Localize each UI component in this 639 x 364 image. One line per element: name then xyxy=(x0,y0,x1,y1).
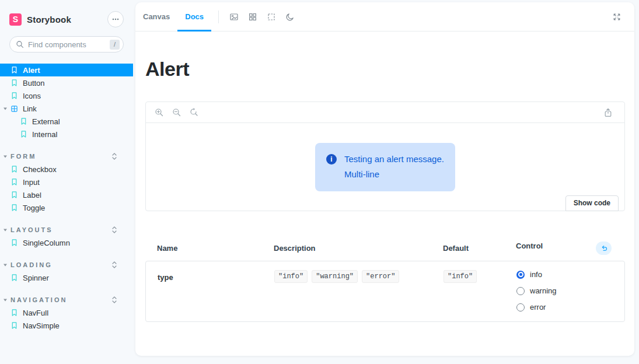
background-image-button[interactable] xyxy=(225,9,243,25)
type-option-chip: "info" xyxy=(274,270,308,283)
sidebar-item-label: NavSimple xyxy=(23,321,60,330)
expand-all-icon[interactable] xyxy=(111,226,118,234)
sidebar-item-label-story[interactable]: Label xyxy=(0,188,133,201)
radio-label: warning xyxy=(530,286,557,295)
ellipsis-icon xyxy=(111,15,120,23)
story-bookmark-icon xyxy=(11,79,18,87)
caret-down-icon xyxy=(3,228,8,232)
sidebar-item-link-external[interactable]: External xyxy=(0,115,133,128)
zoom-out-button[interactable] xyxy=(168,104,186,121)
caret-down-icon xyxy=(3,298,8,302)
story-bookmark-icon xyxy=(11,274,18,282)
canvas-toolbar: Canvas Docs xyxy=(135,2,634,32)
sidebar-section-navigation[interactable]: NAVIGATION xyxy=(0,293,133,306)
search-box[interactable]: / xyxy=(9,36,124,52)
sidebar-item-label: Spinner xyxy=(23,274,49,282)
story-bookmark-icon xyxy=(11,191,18,199)
alert-component: i Testing an alert message. Multi-line xyxy=(315,143,455,191)
brand-row: S Storybook xyxy=(9,11,124,27)
tab-canvas[interactable]: Canvas xyxy=(135,2,177,32)
story-bookmark-icon xyxy=(20,130,27,138)
control-radio-info[interactable]: info xyxy=(516,270,557,279)
sidebar-item-button[interactable]: Button xyxy=(0,76,133,89)
arg-name: type xyxy=(158,270,274,282)
radio-label: error xyxy=(530,303,546,312)
zoom-reset-button[interactable] xyxy=(186,104,203,121)
column-header-control: Control xyxy=(516,242,618,255)
story-bookmark-icon xyxy=(11,204,18,212)
sidebar-item-label: Label xyxy=(23,191,41,200)
expand-all-icon[interactable] xyxy=(111,152,118,160)
brand-title: Storybook xyxy=(27,15,71,24)
sidebar-menu-button[interactable] xyxy=(107,11,124,27)
outline-toggle-button[interactable] xyxy=(262,9,281,25)
dark-mode-button[interactable] xyxy=(281,9,299,25)
storybook-logo-icon: S xyxy=(9,13,22,26)
tab-docs[interactable]: Docs xyxy=(177,2,211,32)
expand-all-icon[interactable] xyxy=(111,296,118,304)
story-bookmark-icon xyxy=(11,92,18,100)
show-code-button[interactable]: Show code xyxy=(565,195,619,211)
sidebar-section-loading[interactable]: LOADING xyxy=(0,258,133,271)
caret-down-icon[interactable] xyxy=(3,106,8,111)
sidebar-item-link-internal[interactable]: Internal xyxy=(0,128,133,141)
docs-page: Alert xyxy=(135,32,634,322)
sidebar-item-navsimple[interactable]: NavSimple xyxy=(0,319,133,332)
sidebar-item-label: SingleColumn xyxy=(23,239,70,247)
args-table: Name Description Default Control xyxy=(145,236,625,322)
storybook-app: S Storybook / Alert xyxy=(0,0,639,364)
image-icon xyxy=(229,12,239,22)
args-table-header: Name Description Default Control xyxy=(145,236,625,261)
sidebar-item-link[interactable]: Link xyxy=(0,102,133,115)
sidebar-item-icons[interactable]: Icons xyxy=(0,89,133,102)
sidebar-item-alert[interactable]: Alert xyxy=(0,64,133,76)
reset-controls-button[interactable] xyxy=(596,242,612,255)
arg-default: "info" xyxy=(444,270,516,281)
sidebar-item-label: NavFull xyxy=(23,309,48,317)
column-header-name: Name xyxy=(157,244,274,253)
sidebar-item-navfull[interactable]: NavFull xyxy=(0,306,133,319)
dashed-outline-icon xyxy=(267,12,276,22)
section-title: FORM xyxy=(11,153,36,160)
story-bookmark-icon xyxy=(20,117,27,125)
grid-toggle-button[interactable] xyxy=(243,9,262,25)
column-header-description: Description xyxy=(274,244,443,253)
search-input[interactable] xyxy=(28,40,110,49)
radio-selected-icon xyxy=(516,271,525,279)
section-title: NAVIGATION xyxy=(11,296,67,303)
story-bookmark-icon xyxy=(11,66,18,74)
sidebar-item-label: Link xyxy=(23,104,37,113)
column-header-default: Default xyxy=(443,244,516,253)
radio-unselected-icon xyxy=(516,303,525,312)
grid-icon xyxy=(248,12,257,22)
caret-down-icon xyxy=(3,154,8,159)
sidebar-item-toggle[interactable]: Toggle xyxy=(0,201,133,214)
sidebar-item-checkbox[interactable]: Checkbox xyxy=(0,163,133,176)
sidebar-section-form[interactable]: FORM xyxy=(0,150,133,163)
sidebar-item-spinner[interactable]: Spinner xyxy=(0,271,133,284)
control-header-label: Control xyxy=(516,242,543,255)
undo-arrow-icon xyxy=(600,244,608,253)
fullscreen-button[interactable] xyxy=(607,9,626,25)
sidebar-item-input[interactable]: Input xyxy=(0,176,133,188)
preview-toolbar xyxy=(146,102,624,123)
control-radio-error[interactable]: error xyxy=(516,303,557,312)
radio-unselected-icon xyxy=(516,287,525,295)
sidebar-item-singlecolumn[interactable]: SingleColumn xyxy=(0,236,133,249)
component-tree: Alert Button Icons xyxy=(0,64,133,332)
main-panel: Canvas Docs xyxy=(135,2,634,356)
expand-all-icon[interactable] xyxy=(111,261,118,269)
toolbar-divider xyxy=(218,10,219,23)
story-bookmark-icon xyxy=(11,309,18,317)
control-radio-warning[interactable]: warning xyxy=(516,286,557,295)
fullscreen-expand-icon xyxy=(612,12,621,22)
radio-group: info warning error xyxy=(516,270,557,312)
share-button[interactable] xyxy=(599,104,617,121)
search-icon xyxy=(16,40,24,48)
zoom-reset-icon xyxy=(190,108,199,117)
args-table-body: type "info" "warning" "error" "info" xyxy=(145,261,625,322)
zoom-in-button[interactable] xyxy=(151,104,168,121)
sidebar-section-layouts[interactable]: LAYOUTS xyxy=(0,223,133,236)
sidebar-item-label: External xyxy=(32,117,60,126)
section-title: LOADING xyxy=(11,261,53,268)
